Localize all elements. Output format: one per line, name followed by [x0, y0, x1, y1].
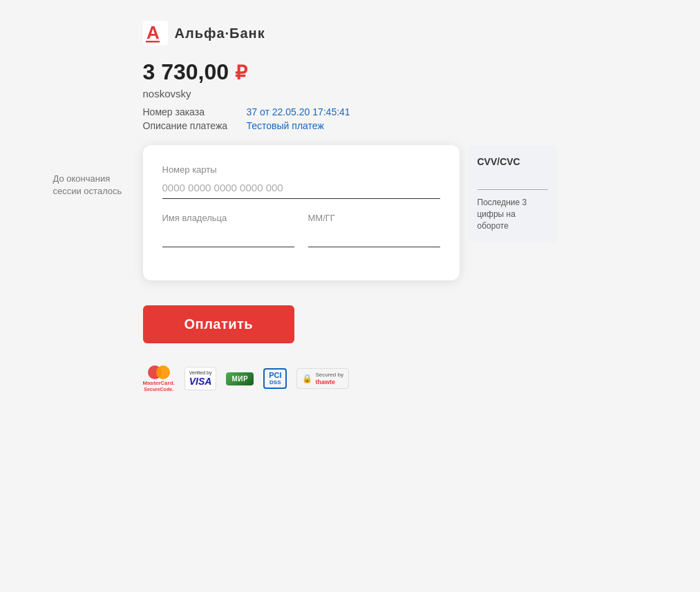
badge-thawte: 🔒 Secured by thawte [296, 368, 348, 389]
session-timer: До окончания сессии осталось [53, 173, 136, 198]
cardholder-input[interactable] [162, 227, 294, 247]
badge-mir: МИР [226, 372, 254, 385]
form-wrapper: Номер карты Имя владельца ММ/ГГ CVV/CVC … [143, 145, 558, 280]
card-number-label: Номер карты [162, 164, 440, 175]
alfa-bank-logo-icon: А [143, 21, 168, 46]
cvv-title: CVV/CVC [477, 156, 548, 167]
order-row-description: Описание платежа Тестовый платеж [143, 120, 558, 131]
expiry-input[interactable] [308, 227, 440, 247]
merchant-name: noskovsky [143, 88, 558, 99]
logo-area: А Альфа·Банк [143, 21, 558, 46]
badge-mastercard: MasterCard. SecureCode. [143, 365, 175, 392]
order-description-label: Описание платежа [143, 120, 240, 131]
order-row-number: Номер заказа 37 от 22.05.20 17:45:41 [143, 106, 558, 117]
order-info: Номер заказа 37 от 22.05.20 17:45:41 Опи… [143, 106, 558, 131]
order-description-value: Тестовый платеж [247, 120, 324, 131]
currency-symbol: ₽ [235, 62, 247, 84]
badge-verified-visa: Verified by VISA [185, 367, 217, 390]
mc-yellow-circle [156, 365, 170, 379]
session-timer-text: До окончания сессии осталось [53, 173, 122, 196]
svg-text:А: А [146, 22, 160, 43]
pay-button[interactable]: Оплатить [143, 305, 295, 343]
mastercard-circles-icon [148, 365, 170, 379]
thawte-text-group: Secured by thawte [315, 372, 343, 385]
pci-top-text: PCI [269, 372, 281, 379]
amount-section: 3 730,00 ₽ noskovsky Номер заказа 37 от … [143, 59, 558, 131]
cardholder-label: Имя владельца [162, 213, 294, 223]
order-number-value: 37 от 22.05.20 17:45:41 [247, 106, 350, 117]
pci-bottom-text: DSS [269, 379, 281, 385]
card-number-input[interactable] [162, 179, 440, 199]
order-number-label: Номер заказа [143, 106, 240, 117]
visa-logo-text: VISA [189, 376, 212, 387]
mastercard-label: MasterCard. [143, 381, 175, 387]
page-container: До окончания сессии осталось А Альфа·Бан… [143, 21, 558, 392]
payment-amount: 3 730,00 ₽ [143, 59, 558, 85]
expiry-group: ММ/ГГ [308, 213, 440, 247]
lock-icon: 🔒 [302, 374, 312, 383]
card-number-group: Номер карты [162, 164, 440, 199]
verified-by-text: Verified by [189, 370, 212, 376]
mir-label: МИР [231, 375, 248, 383]
cvv-hint: Последние 3 цифры на обороте [477, 197, 548, 231]
expiry-label: ММ/ГГ [308, 213, 440, 223]
cardholder-group: Имя владельца [162, 213, 294, 247]
logo-text: Альфа·Банк [175, 26, 265, 41]
cvv-input[interactable] [477, 173, 548, 190]
cardholder-expiry-row: Имя владельца ММ/ГГ [162, 213, 440, 261]
securecode-label: SecureCode. [144, 387, 173, 392]
cvv-panel: CVV/CVC Последние 3 цифры на обороте [468, 145, 558, 242]
svg-rect-2 [146, 41, 160, 43]
secured-by-text: Secured by [315, 372, 343, 379]
badge-pci-dss: PCI DSS [263, 368, 287, 389]
pay-button-wrapper: Оплатить [143, 305, 558, 343]
badges-row: MasterCard. SecureCode. Verified by VISA… [143, 365, 558, 392]
card-panel: Номер карты Имя владельца ММ/ГГ [143, 145, 460, 280]
thawte-brand: thawte [315, 379, 343, 385]
